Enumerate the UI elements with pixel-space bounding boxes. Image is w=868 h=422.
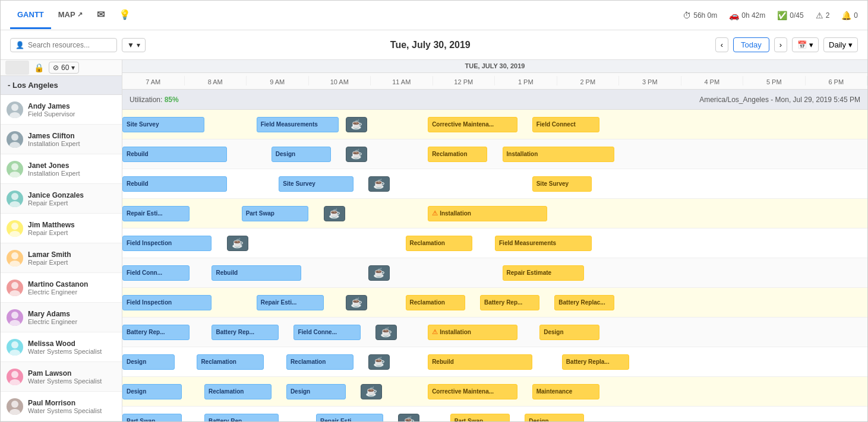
car-icon: 🚗 — [729, 11, 739, 20]
search-input[interactable] — [28, 41, 111, 49]
task-bar[interactable]: Repair Esti... — [316, 414, 383, 422]
task-bar[interactable]: Rebuild — [122, 176, 227, 192]
calendar-view-button[interactable]: 📅 ▾ — [792, 37, 819, 52]
resource-info-janice-gonzales: Janice GonzalesRepair Expert — [28, 191, 84, 207]
svg-point-16 — [11, 341, 18, 348]
header-box — [5, 61, 29, 75]
daily-view-button[interactable]: Daily ▾ — [823, 37, 858, 52]
task-bar[interactable]: Repair Esti... — [257, 295, 324, 310]
task-bar[interactable]: Rebuild — [122, 147, 227, 162]
search-box[interactable]: 👤 — [10, 38, 117, 52]
task-bar[interactable]: Reclamation — [406, 236, 473, 251]
avatar-janice-gonzales — [7, 191, 23, 207]
task-bar[interactable]: Repair Esti... — [122, 206, 190, 221]
task-bar[interactable]: Battery Rep... — [204, 414, 279, 422]
task-bar[interactable]: Part Swap — [450, 414, 510, 422]
resource-role-jim-matthews: Repair Expert — [28, 229, 75, 236]
task-bar[interactable]: ☕ — [368, 354, 390, 370]
task-bar[interactable]: Field Measurements — [495, 236, 592, 251]
task-bar[interactable]: ☕ — [227, 236, 248, 251]
task-bar[interactable]: ☕ — [398, 414, 419, 422]
gantt-row-10: Part SwapBattery Rep...Repair Esti...☕Pa… — [122, 407, 867, 421]
task-bar[interactable]: ☕ — [346, 117, 367, 132]
resource-info-jim-matthews: Jim MatthewsRepair Expert — [28, 221, 75, 236]
task-bar[interactable]: Design — [122, 354, 175, 370]
svg-point-15 — [10, 320, 20, 326]
next-button[interactable]: › — [774, 37, 787, 52]
tab-map[interactable]: MAP ↗ — [51, 2, 90, 29]
stat-notifications: 🔔 0 — [841, 11, 858, 20]
task-bar[interactable]: Field Connect — [532, 117, 599, 132]
task-bar[interactable]: Corrective Maintena... — [428, 117, 517, 132]
task-bar[interactable]: Site Survey — [279, 176, 353, 192]
task-bar[interactable]: ☕ — [346, 295, 367, 310]
stat-warnings: ⚠ 2 — [816, 11, 830, 20]
task-bar[interactable]: Part Swap — [242, 206, 309, 221]
gantt-row-2: RebuildSite Survey☕Site Survey — [122, 169, 867, 199]
svg-point-10 — [11, 252, 18, 259]
filter-icon: ▼ — [127, 41, 134, 49]
task-bar[interactable]: Reclamation — [204, 384, 272, 399]
clock-icon: ⏱ — [683, 11, 691, 20]
task-bar[interactable]: Rebuild — [212, 265, 301, 281]
task-bar[interactable]: ☕ — [361, 384, 382, 399]
resource-info-martino-castanon: Martino CastanonElectric Engineer — [28, 280, 88, 296]
task-bar[interactable]: Field Measurements — [257, 117, 339, 132]
task-bar[interactable]: Field Conne... — [293, 325, 361, 340]
task-bar[interactable]: Repair Estimate — [503, 265, 585, 281]
resource-row-melissa-wood: Melissa WoodWater Systems Specialist — [1, 332, 122, 362]
resource-name-mary-adams: Mary Adams — [28, 310, 77, 318]
resource-info-mary-adams: Mary AdamsElectric Engineer — [28, 310, 77, 325]
task-bar[interactable]: Battery Repla... — [562, 354, 629, 370]
toolbar: 👤 ▼ ▾ Tue, July 30, 2019 ‹ Today › 📅 ▾ D… — [1, 30, 867, 60]
task-bar[interactable]: Maintenance — [532, 384, 599, 399]
svg-point-2 — [11, 134, 18, 141]
tab-mail[interactable]: ✉ — [90, 1, 112, 30]
task-bar[interactable]: Reclamation — [286, 354, 353, 370]
tab-gantt[interactable]: GANTT — [10, 2, 51, 29]
task-bar[interactable]: Site Survey — [532, 176, 592, 192]
svg-point-17 — [10, 350, 20, 356]
task-bar[interactable]: Site Survey — [122, 117, 204, 132]
task-bar[interactable]: Battery Rep... — [122, 325, 190, 340]
task-bar[interactable]: Battery Rep... — [212, 325, 279, 340]
filter-button[interactable]: ▼ ▾ — [122, 38, 146, 52]
task-bar[interactable]: Part Swap — [122, 414, 182, 422]
task-bar[interactable]: Design — [122, 384, 182, 399]
task-bar[interactable]: Installation — [503, 147, 614, 162]
prev-button[interactable]: ‹ — [715, 37, 728, 52]
task-bar[interactable]: Battery Rep... — [480, 295, 539, 310]
task-bar[interactable]: Rebuild — [428, 354, 532, 370]
tab-bulb[interactable]: 💡 — [112, 1, 138, 30]
resource-row-janice-gonzales: Janice GonzalesRepair Expert — [1, 184, 122, 214]
task-bar[interactable]: ⚠Installation — [428, 206, 547, 221]
today-button[interactable]: Today — [733, 37, 769, 52]
task-bar[interactable]: ☕ — [375, 325, 397, 340]
zoom-select[interactable]: ⊘ 60 ▾ — [49, 62, 79, 74]
task-bar[interactable]: ☕ — [346, 147, 367, 162]
task-bar[interactable]: ☕ — [324, 206, 345, 221]
task-bar[interactable]: Field Inspection — [122, 236, 212, 251]
task-bar[interactable]: Field Conn... — [122, 265, 190, 281]
task-bar[interactable]: Battery Replac... — [554, 295, 614, 310]
task-bar[interactable]: ⚠Installation — [428, 325, 517, 340]
task-bar[interactable]: Design — [525, 414, 584, 422]
task-bar[interactable]: Design — [539, 325, 599, 340]
task-bar[interactable]: ☕ — [368, 265, 390, 281]
time-cell: 2 PM — [557, 76, 620, 85]
task-bar[interactable]: Reclamation — [428, 147, 487, 162]
resource-row-andy-james: Andy JamesField Supervisor — [1, 95, 122, 125]
check-icon: ✅ — [777, 11, 787, 20]
task-bar[interactable]: Design — [272, 147, 331, 162]
task-bar[interactable]: Reclamation — [197, 354, 264, 370]
task-bar[interactable]: Field Inspection — [122, 295, 212, 310]
task-bar[interactable]: Corrective Maintena... — [428, 384, 517, 399]
resource-row-lamar-smith: Lamar SmithRepair Expert — [1, 243, 122, 273]
task-bar[interactable]: Reclamation — [406, 295, 465, 310]
task-bar[interactable]: Design — [286, 384, 346, 399]
daily-dropdown-icon: ▾ — [848, 40, 853, 49]
top-nav: GANTT MAP ↗ ✉ 💡 ⏱ 56h 0m 🚗 0h 42m ✅ 0/45… — [1, 1, 867, 30]
svg-point-11 — [10, 261, 20, 266]
task-bar[interactable]: ☕ — [368, 176, 390, 192]
resource-name-janice-gonzales: Janice Gonzales — [28, 191, 84, 199]
